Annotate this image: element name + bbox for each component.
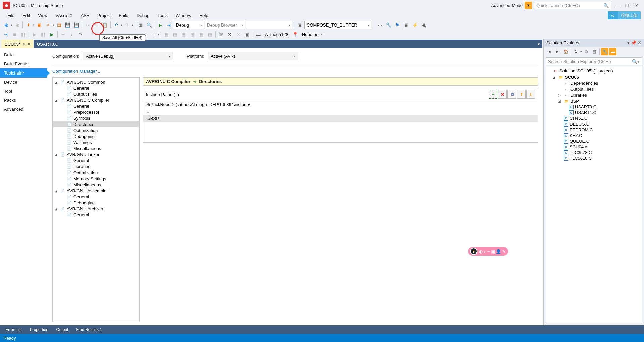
solution-node[interactable]: ◘Solution 'SCU05' (1 project) [547,68,641,74]
menu-asf[interactable]: ASF [76,13,93,18]
configuration-manager-link[interactable]: Configuration Manager... [52,69,538,74]
menu-debug[interactable]: Debug [132,13,153,18]
browser-combo[interactable] [246,21,292,29]
debug-browser-combo[interactable]: Debug Browser [205,21,245,29]
save-icon[interactable]: 💾 [64,21,72,29]
advanced-mode-icon[interactable]: ▼ [525,2,532,9]
menu-tools[interactable]: Tools [153,13,171,18]
bottom-tab-find-results-1[interactable]: Find Results 1 [73,325,105,334]
solution-node[interactable]: CCH451.C [547,115,641,121]
toolchain-node[interactable]: 📄General [53,157,139,163]
toolchain-node[interactable]: 📄Debugging [53,133,139,139]
start-debug-icon[interactable]: ▶ [156,21,164,29]
bolt-icon[interactable]: ⚡ [411,21,419,29]
toolchain-node[interactable]: 📄Miscellaneous [53,145,139,151]
bottom-tab-properties[interactable]: Properties [26,325,52,334]
toolchain-node[interactable]: 📄General [53,85,139,91]
nav-forward-icon[interactable]: ◉ [13,21,21,29]
toolchain-node[interactable]: 📄Optimization [53,169,139,176]
solution-node[interactable]: CEEPROM.C [547,127,641,133]
include-path-item[interactable]: $(PackRepoDir)\atmel\ATmega_DFP\1.6.364\… [143,101,538,108]
new-project-icon[interactable]: ✦ [24,21,32,29]
save-all-icon[interactable]: 💾 [72,21,80,29]
panel-close-icon[interactable]: ✕ [638,40,641,45]
toolchain-node[interactable]: 📄Optimization [53,127,139,133]
tool-icon[interactable]: 📍 [291,30,299,38]
sln-refresh-icon[interactable]: ↻ [572,48,580,55]
solution-node[interactable]: ◢📂BSP [547,98,641,104]
bottom-tab-error-list[interactable]: Error List [2,325,25,334]
sln-collapse-icon[interactable]: ⧉ [583,48,590,55]
sln-showall-icon[interactable]: ▦ [591,48,598,55]
include-paths-list[interactable]: $(PackRepoDir)\atmel\ATmega_DFP\1.6.364\… [143,101,538,122]
solution-node[interactable]: CSCU04.c [547,144,641,150]
toolchain-node[interactable]: 📄Libraries [53,163,139,169]
toolchain-node[interactable]: 📄Debugging [53,200,139,206]
bookmark-icon[interactable]: ▣ [296,21,304,29]
sln-properties-icon[interactable]: 🔧 [601,48,608,55]
include-path-item[interactable]: .. [143,108,538,115]
debug-step-icon[interactable]: ⇥| [2,30,10,38]
document-tab[interactable]: SCU05*⊕✕ [1,40,34,48]
sln-home-icon[interactable]: 🏠 [562,48,569,55]
panel-dropdown-icon[interactable]: ▾ [627,40,630,45]
toolchain-node[interactable]: 📄Directories [53,121,139,127]
solution-node[interactable]: CQUEUE.C [547,138,641,144]
grid-icon[interactable]: ▦ [137,21,145,29]
toolchain-node[interactable]: 📄General [53,103,139,109]
redo-icon[interactable]: ↷ [123,21,131,29]
menu-project[interactable]: Project [93,13,115,18]
minimize-button[interactable]: — [614,2,621,9]
nav-buildevents[interactable]: Build Events [0,59,47,68]
grid1-icon[interactable]: ▦ [162,30,170,38]
window-icon[interactable]: ▭ [376,21,384,29]
solution-node[interactable]: CUSART1.C [547,110,641,115]
maximize-button[interactable]: ❐ [624,2,631,9]
upload-badge[interactable]: ∞ 拖拽上传 [608,11,641,19]
document-tab[interactable]: USART0.C [34,40,62,48]
toolchain-node[interactable]: 📄Memory Settings [53,176,139,182]
undo-icon[interactable]: ↶ [112,21,120,29]
flag-icon[interactable]: ⚑ [393,21,401,29]
menu-build[interactable]: Build [115,13,132,18]
open-file-icon[interactable]: ▤ [55,21,63,29]
toolchain-node[interactable]: ◢📄AVR/GNU Archiver [53,206,139,212]
cancel-build-icon[interactable]: ✕ [234,30,243,38]
toolchain-node[interactable]: ◢📄AVR/GNU Common [53,79,139,85]
menu-file[interactable]: File [3,13,18,18]
toolchain-node[interactable]: ◢📄AVR/GNU Assembler [53,188,139,194]
solution-explorer-search[interactable]: Search Solution Explorer (Ctrl+;) 🔍▾ [546,57,642,65]
solution-node[interactable]: ▭Output Files [547,86,641,92]
step-into-icon[interactable]: ↓ [68,30,76,38]
configuration-combo[interactable]: Debug [174,21,204,29]
chip-icon[interactable]: ▣ [402,21,410,29]
nav-tool[interactable]: Tool [0,87,47,96]
nav-advanced[interactable]: Advanced [0,105,47,114]
bottom-tab-output[interactable]: Output [53,325,71,334]
grid5-icon[interactable]: ▦ [197,30,205,38]
chip2-icon[interactable]: ▬ [254,30,262,38]
quick-launch-input[interactable]: Quick Launch (Ctrl+Q) 🔍 [534,2,611,9]
sln-preview-icon[interactable]: ▬ [609,48,616,55]
nav-device[interactable]: Device [0,78,47,87]
run-icon[interactable]: ▶ [31,30,39,38]
toolchain-node[interactable]: 📄General [53,194,139,200]
add-path-button[interactable]: ＋ [489,90,497,99]
solution-node[interactable]: ◢📁SCU05 [547,74,641,80]
pause-icon[interactable]: ▮▮ [19,30,28,38]
nav-build[interactable]: Build [0,50,47,59]
grid6-icon[interactable]: ▦ [206,30,214,38]
open-project-icon[interactable]: ▣ [35,21,43,29]
platform-select[interactable]: Active (AVR) [208,52,298,60]
device-label[interactable]: ATmega128 [263,32,290,37]
solution-node[interactable]: CUSART0.C [547,104,641,110]
menu-edit[interactable]: Edit [18,13,34,18]
move-down-button[interactable]: ⬇ [526,90,535,99]
toolchain-node[interactable]: 📄Symbols [53,115,139,121]
nav-back-icon[interactable]: ◉ [2,21,10,29]
toolchain-node[interactable]: 📄Output Files [53,91,139,97]
remove-path-button[interactable]: ✖ [498,90,507,99]
sln-back-icon[interactable]: ◄ [546,48,553,55]
panel-pin-icon[interactable]: 📌 [631,40,636,45]
toolchain-node[interactable]: 📄Preprocessor [53,109,139,115]
